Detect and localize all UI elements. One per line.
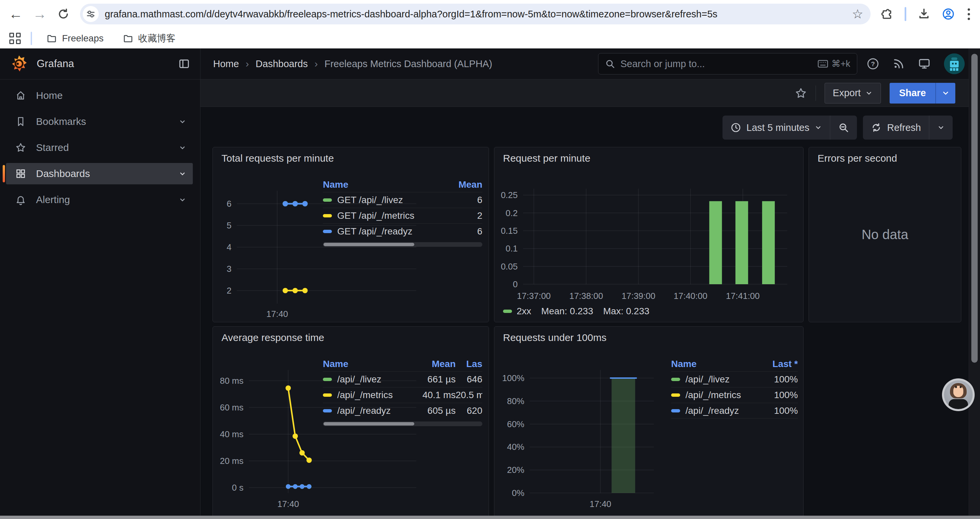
apps-grid-icon[interactable] xyxy=(10,33,21,44)
legend-col-name[interactable]: Name xyxy=(671,359,758,369)
refresh-group: Refresh xyxy=(863,115,953,140)
panel-errors-per-second[interactable]: Errors per second No data xyxy=(808,147,961,322)
legend-col-name[interactable]: Name xyxy=(323,179,445,190)
svg-text:2: 2 xyxy=(227,286,231,295)
no-data-message: No data xyxy=(809,147,961,322)
breadcrumb-dashboards[interactable]: Dashboards xyxy=(256,58,307,69)
legend-row[interactable]: /api/_/livez 100% xyxy=(671,371,798,387)
time-controls: Last 5 minutes Refresh xyxy=(200,115,969,140)
time-range-picker[interactable]: Last 5 minutes xyxy=(722,115,830,140)
legend-row[interactable]: /api/_/metrics 40.1 ms 20.5 m xyxy=(323,387,482,403)
sidebar-item-label: Starred xyxy=(36,142,69,153)
panel-title[interactable]: Total requests per minute xyxy=(221,153,334,164)
panel-title[interactable]: Average response time xyxy=(221,332,324,343)
legend-row[interactable]: /api/_/readyz 605 µs 620 xyxy=(323,403,482,418)
refresh-button[interactable]: Refresh xyxy=(863,115,929,140)
sidebar-item-starred[interactable]: Starred xyxy=(6,137,193,158)
chevron-down-icon[interactable] xyxy=(178,169,187,178)
svg-text:17:40: 17:40 xyxy=(277,499,299,509)
series-color-readyz xyxy=(671,409,680,412)
svg-text:17:40: 17:40 xyxy=(267,309,288,319)
panel-average-response-time[interactable]: Average response time 80 ms60 ms40 ms20 … xyxy=(213,326,489,516)
monitor-icon[interactable] xyxy=(918,57,931,70)
sidebar-item-alerting[interactable]: Alerting xyxy=(6,189,193,211)
bookmark-folder-freeleaps[interactable]: Freeleaps xyxy=(42,31,108,46)
sidebar-toggle-icon[interactable] xyxy=(178,58,190,70)
browser-toolbar: ← → grafana.mathmast.com/d/deytv4rwavabk… xyxy=(0,0,980,28)
chevron-down-icon[interactable] xyxy=(178,117,187,126)
sidebar-item-home[interactable]: Home xyxy=(6,85,193,106)
downloads-icon[interactable] xyxy=(918,8,930,21)
page-scrollbar[interactable] xyxy=(969,48,980,516)
address-bar[interactable]: grafana.mathmast.com/d/deytv4rwavabkb/fr… xyxy=(80,4,870,24)
url-text[interactable]: grafana.mathmast.com/d/deytv4rwavabkb/fr… xyxy=(105,9,846,20)
sidebar-item-bookmarks[interactable]: Bookmarks xyxy=(6,111,193,132)
share-button[interactable]: Share xyxy=(889,83,935,104)
scrollbar-thumb[interactable] xyxy=(971,54,978,363)
grafana-logo[interactable] xyxy=(10,55,28,73)
back-icon[interactable]: ← xyxy=(9,7,23,21)
dashboard-main: Export Share Last 5 minutes xyxy=(200,80,969,516)
bookmark-folder-blogs[interactable]: 收藏博客 xyxy=(118,30,180,47)
svg-text:100%: 100% xyxy=(502,373,525,383)
bookmark-label: Freeleaps xyxy=(62,33,104,44)
forward-icon[interactable]: → xyxy=(33,7,47,21)
breadcrumb: Home › Dashboards › Freeleaps Metrics Da… xyxy=(213,58,492,69)
svg-text:6: 6 xyxy=(227,199,231,209)
sidebar-item-dashboards[interactable]: Dashboards xyxy=(6,163,193,184)
svg-text:0.05: 0.05 xyxy=(501,262,518,271)
panel-total-requests[interactable]: Total requests per minute 6543217:40 Nam… xyxy=(213,147,489,322)
legend-row[interactable]: /api/_/readyz 100% xyxy=(671,403,798,418)
legend-row[interactable]: GET /api/_/metrics 2 xyxy=(323,208,482,224)
legend-col-name[interactable]: Name xyxy=(323,359,406,369)
legend-col-mean[interactable]: Mean xyxy=(406,359,456,369)
breadcrumb-home[interactable]: Home xyxy=(213,58,239,69)
svg-text:0.2: 0.2 xyxy=(506,208,518,218)
legend-row[interactable]: /api/_/metrics 100% xyxy=(671,387,798,403)
legend-row[interactable]: GET /api/_/readyz 6 xyxy=(323,224,482,239)
reload-icon[interactable] xyxy=(57,7,70,21)
legend-row[interactable]: /api/_/livez 661 µs 646 xyxy=(323,371,482,387)
bookmark-star-icon[interactable]: ☆ xyxy=(852,7,867,21)
site-settings-icon[interactable] xyxy=(83,6,99,22)
window-bottom-edge xyxy=(0,516,980,519)
user-avatar[interactable] xyxy=(944,53,965,74)
chevron-down-icon xyxy=(815,124,822,131)
legend-row[interactable]: GET /api/_/livez 6 xyxy=(323,192,482,208)
refresh-interval-button[interactable] xyxy=(929,115,953,140)
svg-text:0 s: 0 s xyxy=(232,482,243,493)
panel-request-per-minute[interactable]: Request per minute 0.250.20.150.10.05017… xyxy=(494,147,803,322)
legend-scrollbar[interactable] xyxy=(323,242,482,247)
zoom-out-button[interactable] xyxy=(830,115,857,140)
browser-menu-icon[interactable] xyxy=(966,7,971,21)
legend-item-2xx[interactable]: 2xx xyxy=(503,306,531,316)
panel-title[interactable]: Requests under 100ms xyxy=(503,332,606,343)
legend-col-mean[interactable]: Mean xyxy=(445,179,482,190)
chevron-down-icon[interactable] xyxy=(178,195,187,204)
profile-icon[interactable] xyxy=(942,7,955,21)
favorite-star-icon[interactable] xyxy=(795,87,807,99)
search-placeholder: Search or jump to... xyxy=(620,58,812,69)
panel-title[interactable]: Request per minute xyxy=(503,153,590,164)
news-rss-icon[interactable] xyxy=(892,58,905,70)
chevron-down-icon[interactable] xyxy=(178,143,187,152)
series-color-metrics xyxy=(323,214,332,217)
svg-text:60%: 60% xyxy=(507,419,524,429)
bookmark-label: 收藏博客 xyxy=(138,32,176,45)
legend-col-last[interactable]: Last * xyxy=(758,359,798,369)
help-icon[interactable]: ? xyxy=(867,57,879,70)
panel-requests-under-100ms[interactable]: Requests under 100ms 100%80%60%40%20%0%1… xyxy=(494,326,803,516)
legend-col-last[interactable]: Las xyxy=(456,359,482,369)
export-button[interactable]: Export xyxy=(824,83,881,104)
floating-assistant-avatar[interactable] xyxy=(942,378,975,411)
svg-text:80%: 80% xyxy=(507,396,524,406)
bookmarks-bar: Freeleaps 收藏博客 xyxy=(0,28,980,48)
extensions-icon[interactable] xyxy=(881,8,893,21)
browser-actions xyxy=(881,7,971,21)
legend-scrollbar[interactable] xyxy=(323,422,482,426)
search-input[interactable]: Search or jump to... ⌘+k xyxy=(598,53,857,75)
series-color-readyz xyxy=(323,409,332,412)
grafana-brand-label[interactable]: Grafana xyxy=(37,58,74,70)
share-menu-button[interactable] xyxy=(935,83,955,104)
legend-max: Max: 0.233 xyxy=(603,306,649,316)
